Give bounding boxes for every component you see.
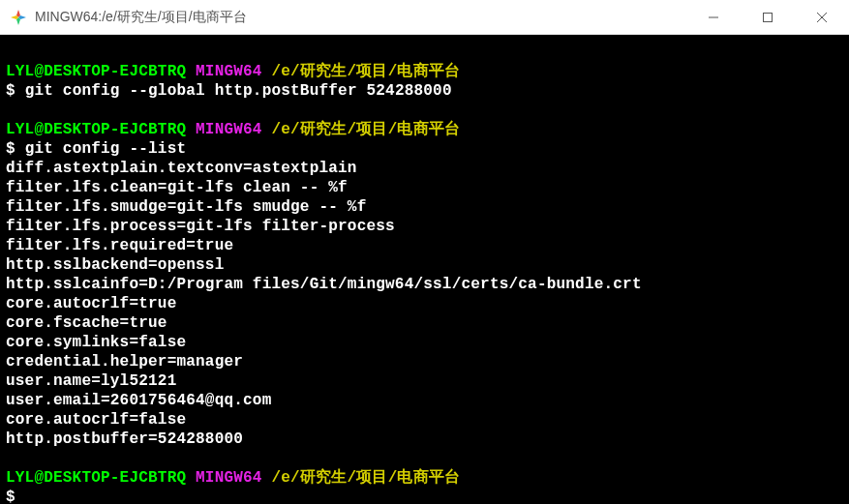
svg-rect-5	[764, 13, 773, 21]
blank-line	[6, 101, 843, 120]
window-titlebar: MINGW64:/e/研究生/项目/电商平台	[0, 0, 849, 35]
prompt-path: /e/研究生/项目/电商平台	[271, 121, 460, 138]
output-line: credential.helper=manager	[6, 352, 843, 371]
prompt-symbol: $	[6, 82, 15, 100]
output-line: user.name=lyl52121	[6, 371, 843, 391]
terminal-viewport[interactable]: LYL@DESKTOP-EJCBTRQ MINGW64 /e/研究生/项目/电商…	[0, 35, 849, 504]
prompt-user-host: LYL@DESKTOP-EJCBTRQ	[6, 63, 186, 80]
command-line: $	[6, 488, 843, 504]
blank-line	[6, 43, 843, 62]
output-line: filter.lfs.clean=git-lfs clean -- %f	[6, 178, 843, 197]
prompt-user-host: LYL@DESKTOP-EJCBTRQ	[6, 469, 186, 487]
minimize-button[interactable]	[686, 0, 741, 34]
prompt-path: /e/研究生/项目/电商平台	[271, 469, 460, 487]
output-line: filter.lfs.required=true	[6, 236, 843, 255]
output-line: http.postbuffer=524288000	[6, 430, 843, 449]
output-line: core.symlinks=false	[6, 333, 843, 352]
prompt-line: LYL@DESKTOP-EJCBTRQ MINGW64 /e/研究生/项目/电商…	[6, 120, 843, 139]
blank-line	[6, 449, 843, 468]
prompt-symbol: $	[6, 140, 15, 158]
command-line: $ git config --global http.postBuffer 52…	[6, 81, 843, 101]
command-text: git config --list	[25, 140, 187, 158]
output-line: core.autocrlf=false	[6, 410, 843, 430]
prompt-line: LYL@DESKTOP-EJCBTRQ MINGW64 /e/研究生/项目/电商…	[6, 468, 843, 488]
window-title: MINGW64:/e/研究生/项目/电商平台	[35, 9, 686, 26]
output-line: core.autocrlf=true	[6, 294, 843, 313]
output-line: http.sslcainfo=D:/Program files/Git/ming…	[6, 275, 843, 294]
prompt-path: /e/研究生/项目/电商平台	[271, 63, 460, 80]
prompt-shell: MINGW64	[196, 469, 262, 487]
prompt-user-host: LYL@DESKTOP-EJCBTRQ	[6, 121, 186, 138]
output-line: user.email=2601756464@qq.com	[6, 391, 843, 410]
close-button[interactable]	[795, 0, 849, 34]
prompt-symbol: $	[6, 489, 15, 504]
app-icon	[10, 9, 27, 26]
command-text: git config --global http.postBuffer 5242…	[25, 82, 452, 100]
output-line: http.sslbackend=openssl	[6, 255, 843, 275]
command-line: $ git config --list	[6, 139, 843, 159]
output-line: diff.astextplain.textconv=astextplain	[6, 159, 843, 178]
prompt-shell: MINGW64	[196, 121, 262, 138]
prompt-line: LYL@DESKTOP-EJCBTRQ MINGW64 /e/研究生/项目/电商…	[6, 62, 843, 81]
output-line: core.fscache=true	[6, 313, 843, 333]
output-line: filter.lfs.smudge=git-lfs smudge -- %f	[6, 197, 843, 217]
prompt-shell: MINGW64	[196, 63, 262, 80]
window-controls	[686, 0, 849, 34]
output-line: filter.lfs.process=git-lfs filter-proces…	[6, 217, 843, 236]
maximize-button[interactable]	[741, 0, 795, 34]
